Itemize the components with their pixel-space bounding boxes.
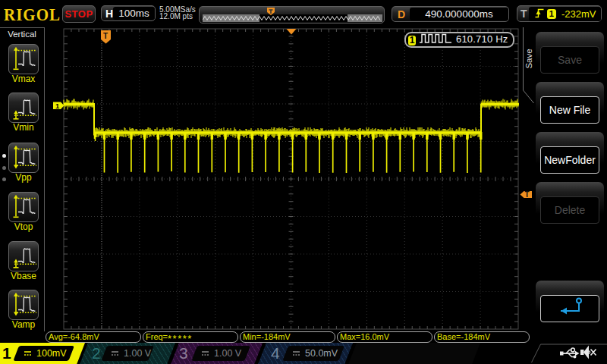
svg-text:T: T — [103, 32, 108, 40]
svg-text:1: 1 — [55, 102, 60, 110]
svg-text:T: T — [525, 190, 530, 199]
